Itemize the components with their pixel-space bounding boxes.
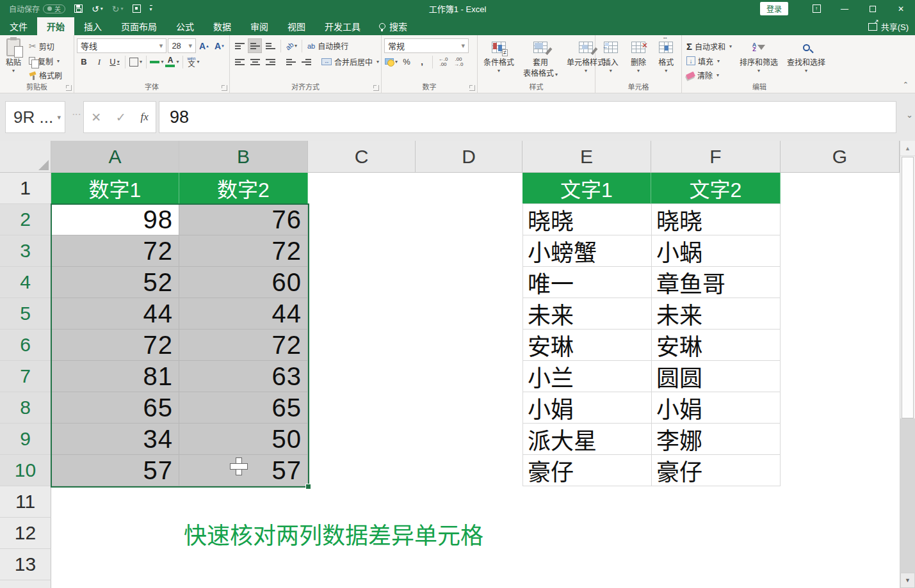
cell-G8[interactable] <box>781 392 900 424</box>
cell-C6[interactable] <box>308 330 416 361</box>
cut-button[interactable]: ✂剪切 <box>27 40 64 53</box>
orientation-button[interactable]: ab <box>284 38 298 53</box>
cell-D10[interactable] <box>416 455 522 486</box>
select-all-button[interactable] <box>0 141 51 173</box>
column-header-C[interactable]: C <box>308 141 416 173</box>
underline-button[interactable]: U <box>108 54 122 69</box>
cell-C5[interactable] <box>308 298 416 330</box>
cell-B14[interactable] <box>179 580 308 588</box>
pinyin-button[interactable]: wén文 <box>186 54 200 69</box>
cell-A5[interactable]: 44 <box>51 298 179 330</box>
cell-C4[interactable] <box>308 267 416 298</box>
merge-center-button[interactable]: ↔合并后居中 <box>320 55 381 69</box>
percent-button[interactable]: % <box>400 54 414 69</box>
cell-B9[interactable]: 50 <box>179 424 308 455</box>
cell-D8[interactable] <box>416 392 522 424</box>
cell-E10[interactable]: 豪仔 <box>522 455 651 486</box>
cell-F4[interactable]: 章鱼哥 <box>651 267 781 298</box>
font-color-button[interactable]: A <box>165 54 179 69</box>
cancel-button[interactable]: ✕ <box>91 110 101 125</box>
insert-cells-button[interactable]: 插入 <box>600 38 622 82</box>
cell-G4[interactable] <box>781 267 900 298</box>
cell-B7[interactable]: 63 <box>179 361 308 392</box>
row-header-6[interactable]: 6 <box>0 330 51 361</box>
cell-C10[interactable] <box>308 455 416 486</box>
column-header-B[interactable]: B <box>179 141 308 173</box>
column-header-A[interactable]: A <box>51 141 179 173</box>
cell-G1[interactable] <box>781 173 900 204</box>
tab-审阅[interactable]: 审阅 <box>241 17 278 35</box>
cell-F14[interactable] <box>651 580 781 588</box>
cell-G14[interactable] <box>781 580 900 588</box>
cell-C13[interactable] <box>308 549 416 580</box>
decrease-decimal-button[interactable]: .00→.0 <box>451 54 466 69</box>
cell-E13[interactable] <box>522 549 651 580</box>
formula-bar-handle[interactable]: ⋮ <box>74 110 79 119</box>
find-select-button[interactable]: 查找和选择 <box>784 38 829 82</box>
cell-B1[interactable]: 数字2 <box>179 173 308 204</box>
tab-公式[interactable]: 公式 <box>166 17 204 35</box>
column-header-D[interactable]: D <box>416 141 522 173</box>
cell-C11[interactable] <box>308 486 416 518</box>
accounting-format-button[interactable] <box>384 54 398 69</box>
cell-G13[interactable] <box>781 549 900 580</box>
tab-开始[interactable]: 开始 <box>37 17 74 35</box>
font-size-combo[interactable]: 28▾ <box>168 38 196 53</box>
cell-A7[interactable]: 81 <box>51 361 179 392</box>
clipboard-dialog-launcher[interactable] <box>66 85 72 91</box>
scroll-down-button[interactable]: ▼ <box>900 573 915 588</box>
cell-F12[interactable] <box>651 518 781 549</box>
cell-B6[interactable]: 72 <box>179 330 308 361</box>
name-box[interactable]: 9R ... ▾ <box>5 101 65 133</box>
borders-button[interactable] <box>129 54 143 69</box>
align-left-button[interactable] <box>232 54 247 69</box>
cell-G2[interactable] <box>781 204 900 235</box>
redo-button[interactable]: ↻▾ <box>112 4 124 13</box>
align-middle-button[interactable] <box>248 38 262 53</box>
format-as-table-button[interactable]: 套用 表格格式 <box>520 38 561 82</box>
cell-G10[interactable] <box>781 455 900 486</box>
decrease-indent-button[interactable] <box>284 54 298 69</box>
cell-C9[interactable] <box>308 424 416 455</box>
increase-indent-button[interactable] <box>299 54 313 69</box>
cell-A14[interactable] <box>51 580 179 588</box>
cell-G7[interactable] <box>781 361 900 392</box>
cell-A3[interactable]: 72 <box>51 235 179 267</box>
cell-D6[interactable] <box>416 330 522 361</box>
decrease-font-button[interactable]: A <box>213 38 227 53</box>
undo-dropdown[interactable]: ▾ <box>101 6 103 12</box>
touch-mode-icon[interactable] <box>133 4 141 13</box>
cell-B8[interactable]: 65 <box>179 392 308 424</box>
cell-E9[interactable]: 派大星 <box>522 424 651 455</box>
save-icon[interactable] <box>74 4 83 13</box>
cell-E5[interactable]: 未来 <box>522 298 651 330</box>
cell-B5[interactable]: 44 <box>179 298 308 330</box>
cell-F7[interactable]: 圆圆 <box>651 361 781 392</box>
cell-C14[interactable] <box>308 580 416 588</box>
align-center-button[interactable] <box>248 54 262 69</box>
cell-E1[interactable]: 文字1 <box>522 173 651 204</box>
fill-button[interactable]: ↓填充 <box>684 54 734 68</box>
cell-A6[interactable]: 72 <box>51 330 179 361</box>
cell-A10[interactable]: 57 <box>51 455 179 486</box>
increase-font-button[interactable]: A <box>197 38 211 53</box>
cell-A4[interactable]: 52 <box>51 267 179 298</box>
redo-dropdown[interactable]: ▾ <box>121 6 124 12</box>
cell-G9[interactable] <box>781 424 900 455</box>
delete-cells-button[interactable]: 删除 <box>628 38 649 82</box>
cell-D11[interactable] <box>416 486 522 518</box>
cell-F9[interactable]: 李娜 <box>651 424 781 455</box>
collapse-ribbon-button[interactable]: ⌃ <box>903 81 909 89</box>
cell-G11[interactable] <box>781 486 900 518</box>
align-right-button[interactable] <box>263 54 277 69</box>
cell-C7[interactable] <box>308 361 416 392</box>
row-header-9[interactable]: 9 <box>0 424 51 455</box>
autosave-toggle[interactable]: 自动保存 关 <box>9 3 65 14</box>
format-painter-button[interactable]: 格式刷 <box>27 68 64 82</box>
cell-D14[interactable] <box>416 580 522 588</box>
cell-B13[interactable] <box>179 549 308 580</box>
bold-button[interactable]: B <box>77 54 91 69</box>
clear-button[interactable]: 清除 <box>684 68 734 82</box>
cell-A1[interactable]: 数字1 <box>51 173 179 204</box>
tab-插入[interactable]: 插入 <box>74 17 111 35</box>
